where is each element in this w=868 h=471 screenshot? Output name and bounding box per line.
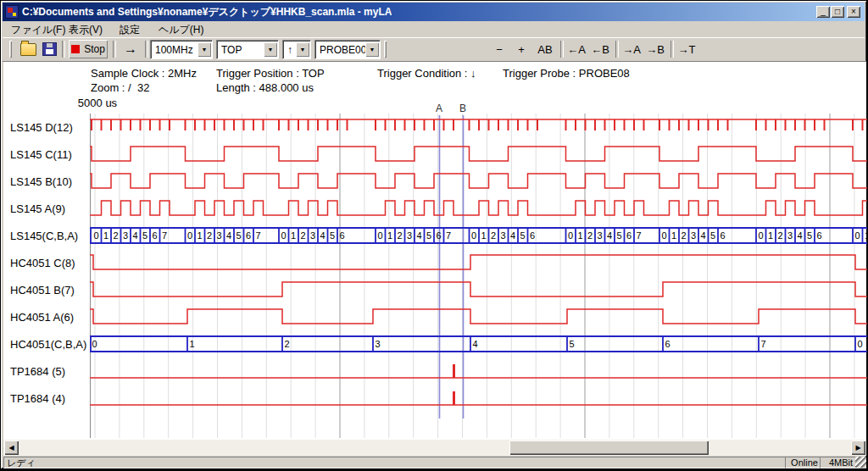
length-info: Length : 488.000 us bbox=[216, 81, 314, 94]
channel-label: HC4051(C,B,A) bbox=[10, 338, 86, 351]
close-button[interactable]: × bbox=[847, 6, 860, 18]
status-bar: レディ Online 4MBit bbox=[3, 457, 866, 468]
toolbar-separator bbox=[560, 41, 564, 58]
stop-button[interactable]: Stop bbox=[69, 40, 108, 58]
goto-a-left-button[interactable]: ←A bbox=[565, 40, 587, 58]
ab-button[interactable]: AB bbox=[534, 40, 556, 58]
run-button[interactable]: → bbox=[118, 40, 143, 58]
goto-b-right-button[interactable]: →B bbox=[644, 40, 666, 58]
menu-bar: ファイル(F) 表示(V) 設定 ヘルプ(H) bbox=[3, 22, 865, 37]
goto-b-left-button[interactable]: ←B bbox=[589, 40, 611, 58]
chevron-down-icon[interactable]: ▼ bbox=[264, 42, 277, 57]
channel-label: TP1684 (5) bbox=[10, 365, 65, 378]
channel-label: HC4051 B(7) bbox=[10, 284, 75, 296]
toolbar-separator bbox=[145, 41, 148, 58]
toolbar-separator bbox=[670, 41, 674, 58]
trigger-position-info: Trigger Position : TOP bbox=[216, 67, 325, 80]
sample-clock-value: 100MHz bbox=[151, 44, 198, 56]
resize-grip[interactable] bbox=[855, 457, 866, 468]
zoom-info: Zoom : / 32 bbox=[91, 81, 149, 94]
toolbar-separator bbox=[113, 41, 116, 58]
trigger-probe-combo[interactable]: PROBE00 ▼ bbox=[314, 40, 381, 59]
menu-view[interactable]: 表示(V) bbox=[65, 23, 106, 36]
trigger-condition-info: Trigger Condition : ↓ bbox=[377, 67, 476, 80]
zoom-in-button[interactable]: + bbox=[512, 40, 531, 58]
screen: C:¥Documents and Settings¥noname¥デスクトップ¥… bbox=[0, 0, 868, 471]
channel-label: TP1684 (4) bbox=[10, 392, 65, 405]
toolbar-separator bbox=[615, 41, 619, 58]
stop-icon bbox=[71, 45, 80, 53]
sample-clock-combo[interactable]: 100MHz ▼ bbox=[150, 40, 213, 59]
save-floppy-icon bbox=[42, 42, 57, 56]
stop-label: Stop bbox=[84, 43, 105, 55]
trigger-position-value: TOP bbox=[217, 44, 264, 56]
channel-label: HC4051 A(6) bbox=[10, 311, 74, 324]
menu-file[interactable]: ファイル(F) bbox=[8, 23, 69, 36]
channel-label: LS145 A(9) bbox=[10, 202, 65, 215]
status-online: Online bbox=[785, 457, 821, 468]
channel-label: LS145 C(11) bbox=[10, 148, 72, 161]
chevron-down-icon[interactable]: ▼ bbox=[198, 42, 211, 57]
title-bar[interactable]: C:¥Documents and Settings¥noname¥デスクトップ¥… bbox=[3, 3, 865, 21]
horizontal-scrollbar[interactable]: ◀ ▶ bbox=[3, 440, 866, 456]
channel-label: LS145(C,B,A) bbox=[10, 230, 78, 242]
menu-settings[interactable]: 設定 bbox=[116, 23, 143, 36]
open-folder-icon bbox=[20, 43, 36, 56]
trigger-edge-value: ↑ bbox=[283, 44, 296, 56]
status-memory: 4MBit bbox=[820, 457, 860, 468]
toolbar-grip[interactable] bbox=[9, 41, 12, 58]
toolbar-separator bbox=[62, 41, 65, 58]
channel-label: HC4051 C(8) bbox=[10, 257, 75, 269]
app-window: C:¥Documents and Settings¥noname¥デスクトップ¥… bbox=[1, 1, 866, 468]
trigger-position-combo[interactable]: TOP ▼ bbox=[216, 40, 279, 59]
window-title: C:¥Documents and Settings¥noname¥デスクトップ¥… bbox=[22, 5, 392, 19]
sample-clock-info: Sample Clock : 2MHz bbox=[91, 67, 197, 80]
channel-label: LS145 B(10) bbox=[10, 175, 72, 188]
save-button[interactable] bbox=[40, 40, 58, 58]
minimize-button[interactable]: _ bbox=[816, 6, 830, 18]
menu-help[interactable]: ヘルプ(H) bbox=[155, 23, 208, 36]
channel-label: LS145 D(12) bbox=[10, 121, 73, 134]
goto-a-right-button[interactable]: →A bbox=[620, 40, 643, 58]
chevron-down-icon[interactable]: ▼ bbox=[365, 42, 379, 57]
zoom-out-button[interactable]: − bbox=[490, 40, 509, 58]
scroll-left-icon[interactable]: ◀ bbox=[4, 441, 19, 455]
trigger-probe-value: PROBE00 bbox=[315, 44, 365, 56]
maximize-button[interactable]: □ bbox=[831, 6, 844, 18]
status-ready: レディ bbox=[3, 457, 786, 468]
app-icon[interactable] bbox=[5, 5, 19, 19]
open-button[interactable] bbox=[18, 40, 38, 58]
trigger-edge-combo[interactable]: ↑ ▼ bbox=[282, 40, 311, 59]
toolbar-grip[interactable] bbox=[384, 41, 387, 58]
waveform-client-area[interactable]: Sample Clock : 2MHz Trigger Position : T… bbox=[3, 61, 866, 441]
toolbar: Stop → 100MHz ▼ TOP ▼ ↑ ▼ PROBE00 ▼ − + … bbox=[3, 37, 865, 62]
trigger-probe-info: Trigger Probe : PROBE08 bbox=[503, 67, 630, 80]
scroll-right-icon[interactable]: ▶ bbox=[851, 441, 865, 455]
chevron-down-icon[interactable]: ▼ bbox=[296, 42, 309, 57]
scrollbar-thumb[interactable] bbox=[509, 441, 709, 455]
ruler-time-label: 5000 us bbox=[70, 97, 125, 109]
goto-trigger-button[interactable]: →T bbox=[676, 40, 698, 58]
